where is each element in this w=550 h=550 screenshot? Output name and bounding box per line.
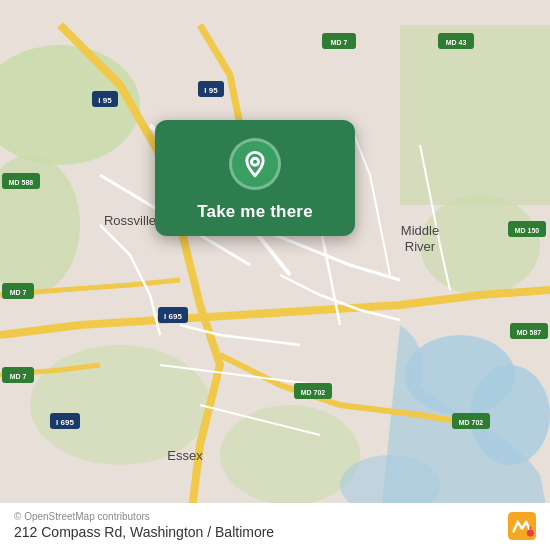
location-pin-icon <box>241 150 269 178</box>
copyright-label: © OpenStreetMap contributors <box>14 511 274 522</box>
svg-text:MD 7: MD 7 <box>10 289 27 296</box>
svg-point-4 <box>420 195 540 295</box>
map-background: I 95 I 95 I 695 I 695 MD 7 MD 7 MD 7 MD … <box>0 0 550 550</box>
svg-text:MD 7: MD 7 <box>331 39 348 46</box>
moovit-brand-icon <box>508 512 536 540</box>
svg-point-42 <box>527 529 534 536</box>
bottom-info-bar: © OpenStreetMap contributors 212 Compass… <box>0 503 550 550</box>
svg-text:MD 587: MD 587 <box>517 329 542 336</box>
svg-point-6 <box>220 405 360 505</box>
svg-text:I 95: I 95 <box>204 86 218 95</box>
svg-text:I 695: I 695 <box>56 418 74 427</box>
navigate-popup[interactable]: Take me there <box>155 120 355 236</box>
svg-text:MD 7: MD 7 <box>10 373 27 380</box>
svg-text:I 95: I 95 <box>98 96 112 105</box>
svg-point-5 <box>30 345 210 465</box>
moovit-logo <box>508 512 536 540</box>
svg-text:Middle: Middle <box>401 223 439 238</box>
location-icon-container <box>229 138 281 190</box>
svg-text:Rossville: Rossville <box>104 213 156 228</box>
take-me-there-button-label: Take me there <box>197 202 313 222</box>
svg-text:MD 588: MD 588 <box>9 179 34 186</box>
map-container: I 95 I 95 I 695 I 695 MD 7 MD 7 MD 7 MD … <box>0 0 550 550</box>
svg-text:MD 43: MD 43 <box>446 39 467 46</box>
svg-text:Essex: Essex <box>167 448 203 463</box>
svg-text:MD 150: MD 150 <box>515 227 540 234</box>
svg-text:MD 702: MD 702 <box>459 419 484 426</box>
address-info: © OpenStreetMap contributors 212 Compass… <box>14 511 274 540</box>
svg-rect-3 <box>400 25 550 205</box>
svg-text:I 695: I 695 <box>164 312 182 321</box>
svg-point-40 <box>252 158 259 165</box>
address-label: 212 Compass Rd, Washington / Baltimore <box>14 524 274 540</box>
svg-text:River: River <box>405 239 436 254</box>
svg-text:MD 702: MD 702 <box>301 389 326 396</box>
